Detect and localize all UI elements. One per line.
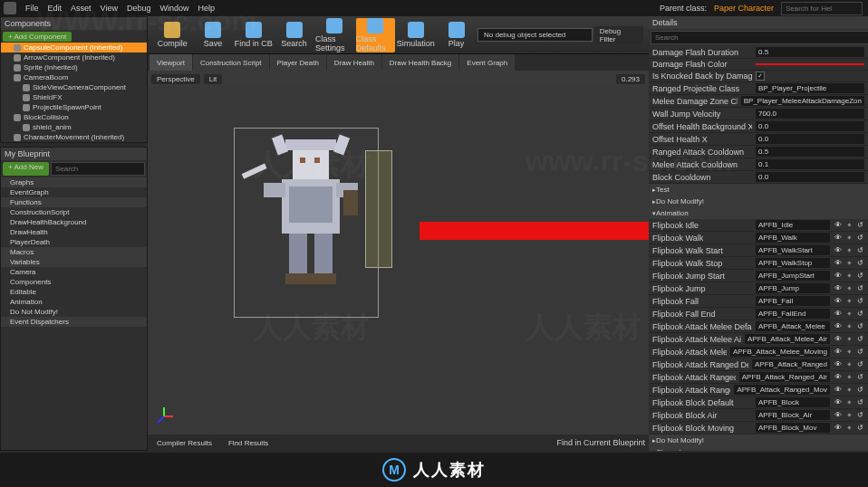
prop-action-icon[interactable]: ⌖ xyxy=(844,221,854,230)
prop-action-icon[interactable]: ⌖ xyxy=(844,259,854,268)
tab-viewport[interactable]: Viewport xyxy=(149,54,192,71)
item-constructionscript[interactable]: ConstructionScript xyxy=(1,207,147,217)
group-functions[interactable]: Functions xyxy=(1,197,147,207)
tree-item-blockcollision[interactable]: BlockCollision xyxy=(1,112,147,122)
prop-value-input[interactable]: 0.0 xyxy=(756,134,864,144)
prop-value-input[interactable]: BP_Player_Projectile xyxy=(756,83,864,93)
debug-filter-button[interactable]: Debug Filter xyxy=(594,26,643,44)
tab-find-results[interactable]: Find Results xyxy=(223,438,274,448)
prop-action-icon[interactable]: ⌖ xyxy=(844,348,854,357)
simulation-button[interactable]: Simulation xyxy=(397,18,436,53)
prop-action-icon[interactable]: ⌖ xyxy=(844,386,854,395)
prop-action-icon[interactable]: 👁 xyxy=(834,322,843,331)
category-header[interactable]: Do Not Modify! xyxy=(649,434,868,446)
prop-action-icon[interactable]: ↺ xyxy=(855,411,864,420)
var-donotmodify[interactable]: Do Not Modify! xyxy=(1,307,147,317)
tab-drawhealthbg[interactable]: Draw Health Backg xyxy=(382,54,458,71)
prop-action-icon[interactable]: 👁 xyxy=(834,297,843,306)
details-search-input[interactable] xyxy=(651,31,868,44)
prop-value-input[interactable]: 700.0 xyxy=(756,109,864,119)
add-component-button[interactable]: + Add Component xyxy=(3,32,72,42)
add-new-button[interactable]: + Add New xyxy=(3,162,49,176)
category-header[interactable]: Character xyxy=(649,446,868,451)
prop-action-icon[interactable]: ↺ xyxy=(855,348,864,357)
prop-value-input[interactable]: APFB_WalkStart xyxy=(756,245,830,255)
prop-value-input[interactable]: APFB_JumpStart xyxy=(756,271,830,281)
prop-value-input[interactable]: APFB_Attack_Ranged_Air xyxy=(739,372,830,382)
parent-class-link[interactable]: Paper Character xyxy=(714,4,774,13)
compile-button[interactable]: Compile xyxy=(153,18,192,53)
tab-compiler-results[interactable]: Compiler Results xyxy=(151,438,217,448)
prop-action-icon[interactable]: ↺ xyxy=(855,310,864,319)
prop-action-icon[interactable]: ↺ xyxy=(855,259,864,268)
prop-value-input[interactable]: 0.0 xyxy=(756,172,864,182)
prop-action-icon[interactable]: ⌖ xyxy=(844,411,854,420)
viewport[interactable] xyxy=(148,87,649,434)
tab-drawhealth[interactable]: Draw Health xyxy=(327,54,381,71)
menu-help[interactable]: Help xyxy=(198,4,215,13)
prop-value-input[interactable]: APFB_Block xyxy=(756,397,830,407)
prop-action-icon[interactable]: 👁 xyxy=(834,386,843,395)
prop-action-icon[interactable]: ⌖ xyxy=(844,297,854,306)
find-in-cb-button[interactable]: Find in CB xyxy=(235,18,274,53)
prop-value-input[interactable] xyxy=(756,63,864,65)
item-eventgraph[interactable]: EventGraph xyxy=(1,187,147,197)
group-macros[interactable]: Macros xyxy=(1,247,147,257)
tab-construction[interactable]: Construction Script xyxy=(193,54,269,71)
prop-action-icon[interactable]: ⌖ xyxy=(844,373,854,382)
help-search-input[interactable] xyxy=(781,2,863,15)
prop-action-icon[interactable]: ⌖ xyxy=(844,424,854,433)
prop-action-icon[interactable]: ↺ xyxy=(855,272,864,281)
prop-value-input[interactable]: APFB_Attack_Ranged xyxy=(752,359,830,369)
prop-action-icon[interactable]: 👁 xyxy=(834,348,843,357)
prop-value-input[interactable]: APFB_Fall xyxy=(756,296,830,306)
tree-item-arrow[interactable]: ArrowComponent (Inherited) xyxy=(1,53,147,62)
prop-value-input[interactable]: APFB_Attack_Melee_Air xyxy=(745,334,830,344)
prop-value-input[interactable]: APFB_Attack_Ranged_Mov xyxy=(734,385,830,395)
menu-asset[interactable]: Asset xyxy=(71,4,92,13)
prop-action-icon[interactable]: 👁 xyxy=(834,373,843,382)
prop-action-icon[interactable]: ↺ xyxy=(855,424,864,433)
perspective-button[interactable]: Perspective xyxy=(151,74,200,84)
menu-window[interactable]: Window xyxy=(159,4,188,13)
prop-value-input[interactable]: APFB_FallEnd xyxy=(756,309,830,319)
tree-item-sprite[interactable]: Sprite (Inherited) xyxy=(1,62,147,72)
class-defaults-button[interactable]: Class Defaults xyxy=(356,18,395,53)
prop-value-input[interactable]: 0.5 xyxy=(756,147,864,157)
prop-value-input[interactable]: 0.5 xyxy=(756,47,864,57)
search-button[interactable]: Search xyxy=(275,18,313,53)
save-button[interactable]: Save xyxy=(194,18,233,53)
prop-action-icon[interactable]: ⌖ xyxy=(844,360,854,369)
prop-value-input[interactable]: APFB_Jump xyxy=(756,283,830,293)
var-editable[interactable]: Editable xyxy=(1,287,147,297)
prop-action-icon[interactable]: ↺ xyxy=(855,373,864,382)
prop-action-icon[interactable]: 👁 xyxy=(834,221,843,230)
class-settings-button[interactable]: Class Settings xyxy=(315,18,354,53)
tab-playerdeath[interactable]: Player Death xyxy=(270,54,326,71)
prop-action-icon[interactable]: ↺ xyxy=(855,360,864,369)
prop-action-icon[interactable]: ↺ xyxy=(855,284,864,293)
prop-value-input[interactable]: 0.1 xyxy=(756,159,864,169)
prop-action-icon[interactable]: ↺ xyxy=(855,322,864,331)
category-header[interactable]: Do Not Modify! xyxy=(649,196,868,207)
tree-item-sideviewcamera[interactable]: SideViewCameraComponent xyxy=(1,82,147,92)
prop-action-icon[interactable]: 👁 xyxy=(834,360,843,369)
tab-eventgraph[interactable]: Event Graph xyxy=(459,54,515,71)
prop-action-icon[interactable]: 👁 xyxy=(834,398,843,407)
zoom-value[interactable]: 0.293 xyxy=(616,74,645,84)
tree-item-projectilespawn[interactable]: ProjectileSpawnPoint xyxy=(1,102,147,112)
prop-value-input[interactable]: APFB_Attack_Melee_Moving xyxy=(730,347,830,357)
item-playerdeath[interactable]: PlayerDeath xyxy=(1,237,147,247)
tree-item-shieldanim[interactable]: shield_anim xyxy=(1,122,147,132)
group-eventdispatchers[interactable]: Event Dispatchers xyxy=(1,317,147,327)
prop-action-icon[interactable]: 👁 xyxy=(834,246,843,255)
tree-item-charmovement[interactable]: CharacterMovement (Inherited) xyxy=(1,132,147,142)
menu-debug[interactable]: Debug xyxy=(127,4,151,13)
prop-action-icon[interactable]: ⌖ xyxy=(844,335,854,344)
prop-action-icon[interactable]: ⌖ xyxy=(844,322,854,331)
prop-action-icon[interactable]: 👁 xyxy=(834,411,843,420)
prop-action-icon[interactable]: ↺ xyxy=(855,386,864,395)
prop-action-icon[interactable]: ↺ xyxy=(855,246,864,255)
category-header[interactable]: Test xyxy=(649,184,868,196)
prop-value-input[interactable]: BP_Player_MeleeAttackDamageZon xyxy=(741,96,864,106)
